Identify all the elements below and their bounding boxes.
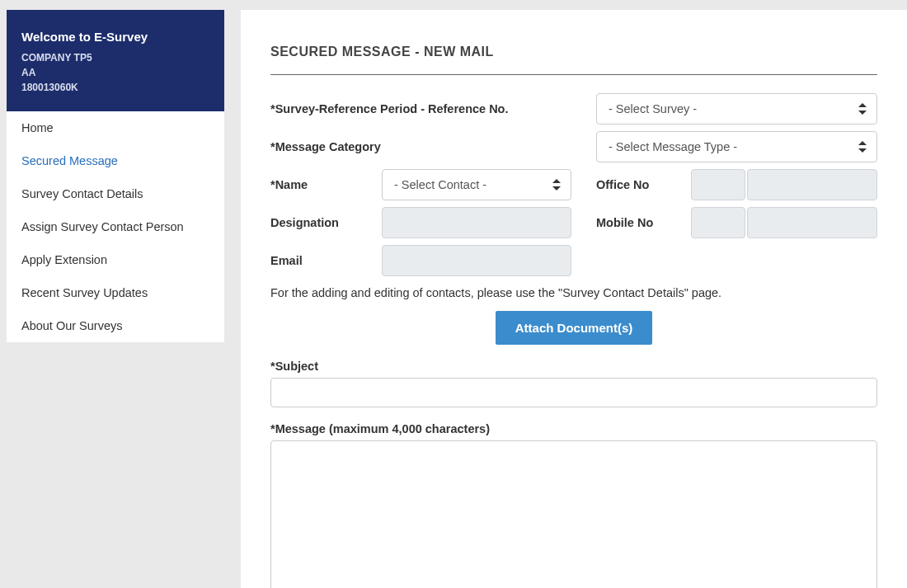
designation-label: Designation [270, 216, 382, 229]
sidebar-item-recent-updates[interactable]: Recent Survey Updates [7, 276, 224, 309]
chevron-sort-icon [552, 179, 561, 191]
title-divider [270, 74, 877, 75]
survey-select-value: - Select Survey - [609, 102, 697, 115]
company-name: COMPANY TP5 [21, 50, 209, 65]
survey-reference-label: *Survey-Reference Period - Reference No. [270, 102, 596, 115]
attach-documents-button[interactable]: Attach Document(s) [496, 311, 653, 345]
email-field [382, 245, 571, 276]
contact-select-value: - Select Contact - [394, 178, 486, 191]
subject-input[interactable] [270, 378, 877, 407]
sidebar-item-home[interactable]: Home [7, 111, 224, 144]
subject-label: *Subject [270, 360, 877, 373]
message-category-label: *Message Category [270, 140, 596, 153]
email-label: Email [270, 254, 382, 267]
office-no-label: Office No [596, 178, 691, 191]
designation-field [382, 207, 571, 238]
message-textarea[interactable] [270, 440, 877, 588]
sidebar-item-about-surveys[interactable]: About Our Surveys [7, 309, 224, 342]
office-no-prefix-field [691, 169, 745, 200]
sidebar-item-secured-message[interactable]: Secured Message [7, 144, 224, 177]
sidebar-item-survey-contact-details[interactable]: Survey Contact Details [7, 177, 224, 210]
survey-select[interactable]: - Select Survey - [596, 93, 877, 125]
contact-select[interactable]: - Select Contact - [382, 169, 571, 200]
mobile-no-label: Mobile No [596, 216, 691, 229]
main-content: SECURED MESSAGE - NEW MAIL *Survey-Refer… [241, 10, 907, 588]
message-type-select[interactable]: - Select Message Type - [596, 131, 877, 162]
office-no-field [747, 169, 877, 200]
sidebar-item-apply-extension[interactable]: Apply Extension [7, 243, 224, 276]
company-ref: 180013060K [21, 80, 209, 95]
message-label: *Message (maximum 4,000 characters) [270, 422, 877, 435]
mobile-no-prefix-field [691, 207, 745, 238]
welcome-text: Welcome to E-Survey [21, 30, 209, 44]
sidebar-nav: Home Secured Message Survey Contact Deta… [7, 111, 224, 342]
sidebar-header: Welcome to E-Survey COMPANY TP5 AA 18001… [7, 10, 224, 111]
message-type-select-value: - Select Message Type - [609, 140, 737, 153]
mobile-no-field [747, 207, 877, 238]
chevron-sort-icon [858, 141, 867, 153]
contacts-helper-text: For the adding and editing of contacts, … [270, 286, 877, 299]
company-code: AA [21, 65, 209, 80]
page-title: SECURED MESSAGE - NEW MAIL [270, 45, 877, 59]
chevron-sort-icon [858, 103, 867, 115]
name-label: *Name [270, 178, 382, 191]
sidebar-item-assign-contact-person[interactable]: Assign Survey Contact Person [7, 210, 224, 243]
sidebar: Welcome to E-Survey COMPANY TP5 AA 18001… [7, 10, 224, 588]
